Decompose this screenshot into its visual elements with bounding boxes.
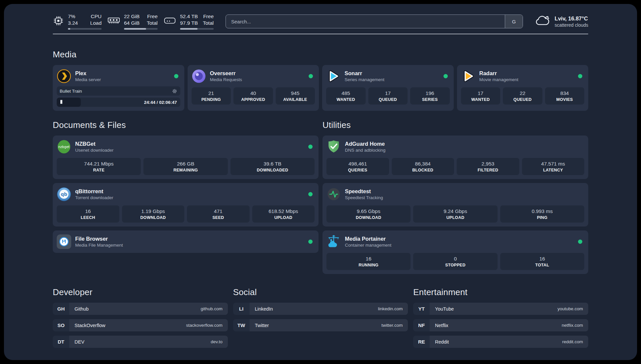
status-online-dot <box>309 74 313 78</box>
stat-tile: 196SERIES <box>410 87 450 105</box>
stat-tile: 945AVAILABLE <box>276 87 315 105</box>
card-qbittorrent[interactable]: qb qBittorrent Torrent downloader <box>53 183 319 227</box>
card-title: Radarr <box>479 70 519 76</box>
cpu-usage-value: 7% <box>68 13 78 20</box>
links-entertainment-section: Entertainment YT YouTubeyoutube.com NF N… <box>413 287 588 348</box>
links-social-section: Social LI LinkedInlinkedin.com TW Twitte… <box>233 287 408 348</box>
card-plex[interactable]: Plex Media server Bullet Train <box>53 65 184 111</box>
disk-total-value: 97.9 TB <box>180 20 198 26</box>
speedtest-logo-icon <box>326 187 341 201</box>
stat-tile: 16RUNNING <box>326 253 411 270</box>
link-url: reddit.com <box>562 339 583 344</box>
stat-tile: 17QUEUED <box>368 87 408 105</box>
status-online-dot <box>308 240 313 244</box>
portainer-logo-icon <box>326 234 341 249</box>
plex-logo-icon <box>57 69 71 83</box>
disk-icon <box>164 16 176 27</box>
stat-tile: 16LEECH <box>57 205 119 223</box>
card-title: Speedtest <box>345 188 383 195</box>
status-online-dot <box>578 74 582 78</box>
link-row-github[interactable]: GH Githubgithub.com <box>53 303 228 315</box>
card-filebrowser[interactable]: File Browser Media File Management <box>53 230 319 253</box>
ram-progress-bar <box>124 28 158 30</box>
stat-tile: 16TOTAL <box>500 253 584 270</box>
section-title-media: Media <box>53 49 588 60</box>
card-subtitle: Series management <box>345 77 384 82</box>
link-row-stackoverflow[interactable]: SO StackOverflowstackoverflow.com <box>53 319 228 331</box>
link-badge: YT <box>413 303 430 315</box>
stat-tile: 471SEED <box>187 205 250 223</box>
card-adguard[interactable]: AdGuard Home DNS and adblocking 498,461Q… <box>322 136 588 179</box>
dashboard-panel: 7% 3.24 CPU Load <box>4 4 637 360</box>
stat-tile: 834MOVIES <box>545 87 585 105</box>
card-radarr[interactable]: Radarr Movie management 17WANTED 22QUEUE… <box>457 65 589 111</box>
radarr-logo-icon <box>461 69 475 83</box>
stat-tile: 498,461QUERIES <box>326 158 389 175</box>
section-title-entertainment: Entertainment <box>413 287 588 297</box>
card-title: Overseerr <box>210 70 242 76</box>
card-speedtest[interactable]: Speedtest Speedtest Tracking 9.65 GbpsDO… <box>322 183 588 227</box>
stat-tile: 485WANTED <box>326 87 366 105</box>
link-row-linkedin[interactable]: LI LinkedInlinkedin.com <box>233 303 408 315</box>
filebrowser-logo-icon <box>57 234 71 249</box>
card-title: Plex <box>75 70 101 76</box>
ram-total-value: 64 GiB <box>124 20 139 26</box>
stat-tile: 40APPROVED <box>233 87 273 105</box>
link-url: twitter.com <box>382 323 403 328</box>
disk-progress-bar <box>180 28 214 30</box>
weather-location-temp: Lviv, 16.87°C <box>555 15 588 22</box>
search-engine-button[interactable]: G <box>505 15 523 28</box>
now-playing-title: Bullet Train <box>60 89 82 94</box>
card-title: Sonarr <box>345 70 384 76</box>
card-subtitle: Usenet downloader <box>75 148 113 153</box>
svg-text:qb: qb <box>61 192 67 197</box>
playback-time: 24:44 / 02:06:47 <box>144 100 177 105</box>
link-row-netflix[interactable]: NF Netflixnetflix.com <box>413 319 588 331</box>
status-online-dot <box>308 145 313 149</box>
cpu-usage-label: CPU <box>90 13 102 20</box>
card-subtitle: Container management <box>345 243 391 248</box>
card-subtitle: Media server <box>75 77 101 82</box>
link-url: youtube.com <box>558 306 583 311</box>
sonarr-logo-icon <box>326 69 341 83</box>
link-badge: SO <box>53 319 69 331</box>
card-nzbget[interactable]: nzbget NZBGet Usenet downloader <box>53 136 319 179</box>
weather-widget[interactable]: Lviv, 16.87°C scattered clouds <box>535 15 588 28</box>
stream-settings-icon[interactable] <box>172 88 177 94</box>
link-row-youtube[interactable]: YT YouTubeyoutube.com <box>413 303 588 315</box>
stat-tile: 39.6 TBDOWNLOADED <box>230 158 315 175</box>
link-name: LinkedIn <box>255 306 273 312</box>
stat-tile: 9.65 GbpsDOWNLOAD <box>326 205 411 223</box>
link-url: stackoverflow.com <box>186 323 222 328</box>
stat-tile: 86,384BLOCKED <box>392 158 454 175</box>
card-title: File Browser <box>75 236 123 242</box>
link-name: Netflix <box>435 323 448 328</box>
ram-stat: 22 GiB 64 GiB Free Total <box>107 13 158 30</box>
link-url: github.com <box>201 306 223 311</box>
link-badge: RE <box>413 336 430 348</box>
cpu-load-value: 3.24 <box>68 20 78 26</box>
status-online-dot <box>578 240 582 244</box>
search-input[interactable] <box>226 15 505 28</box>
stat-tile: 9.24 GbpsUPLOAD <box>413 205 497 223</box>
card-subtitle: Movie management <box>479 77 519 82</box>
cpu-progress-bar <box>68 28 102 30</box>
ram-free-value: 22 GiB <box>124 13 139 20</box>
card-subtitle: Media File Management <box>75 243 123 248</box>
link-row-dev[interactable]: DT DEVdev.to <box>53 336 228 348</box>
link-row-reddit[interactable]: RE Redditreddit.com <box>413 336 588 348</box>
now-playing-bar: Bullet Train <box>57 86 180 96</box>
link-row-twitter[interactable]: TW Twittertwitter.com <box>233 319 408 331</box>
section-title-developer: Developer <box>53 287 228 297</box>
card-portainer[interactable]: Media Portainer Container management 16R… <box>322 230 588 274</box>
link-url: dev.to <box>211 339 223 344</box>
stat-tile: 17WANTED <box>461 87 501 105</box>
link-name: StackOverflow <box>75 323 105 328</box>
stat-tile: 0STOPPED <box>413 253 497 270</box>
card-overseerr[interactable]: Overseerr Media Requests 21PENDING 40APP… <box>188 65 319 111</box>
stat-tile: 1.19 GbpsDOWNLOAD <box>122 205 185 223</box>
playback-progress-bar[interactable]: 24:44 / 02:06:47 <box>57 98 180 107</box>
ram-total-label: Total <box>147 20 158 26</box>
card-sonarr[interactable]: Sonarr Series management 485WANTED 17QUE… <box>322 65 454 111</box>
cpu-icon <box>53 15 64 28</box>
